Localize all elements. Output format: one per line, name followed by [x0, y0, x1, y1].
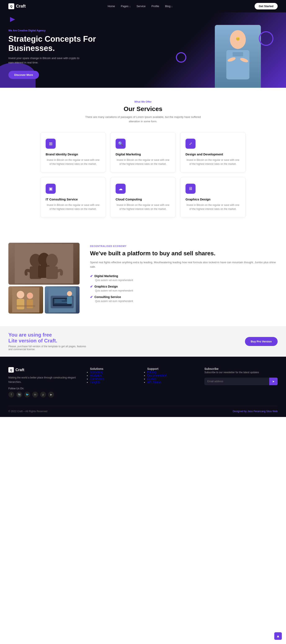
footer-support-pricing: Pricing — [147, 370, 196, 374]
facebook-icon[interactable]: f — [8, 392, 14, 398]
platform-list-title-1: ✔ Digital Marketing — [90, 274, 278, 278]
graphics-design-icon: 🖥 — [188, 186, 192, 191]
hero-content: We Are Creative Digital Agency Strategic… — [8, 25, 105, 79]
footer-solutions-insights: Insights — [90, 380, 139, 384]
pinterest-icon[interactable]: p — [40, 392, 46, 398]
footer-email-wrap: ➤ — [204, 378, 278, 385]
twitter-icon[interactable]: 🐦 — [24, 392, 30, 398]
check-icon-2: ✔ — [90, 284, 93, 288]
free-banner: You are using free Lite version of Craft… — [0, 326, 286, 357]
discover-more-button[interactable]: Discover More — [8, 71, 39, 79]
platform-list-title-2: ✔ Graphics Design — [90, 284, 278, 288]
nav-service[interactable]: Service — [136, 4, 146, 8]
platform-list-title-3: ✔ Consulting Service — [90, 295, 278, 299]
platform-tag: DECENTRALISED ECONOMY — [90, 245, 278, 247]
footer-support-guides: Guides — [147, 377, 196, 380]
footer-follow-label: Follow Us On: — [8, 387, 82, 390]
nav-pages[interactable]: Pages ↓ — [121, 4, 131, 8]
free-banner-title-highlight: Lite version of Craft. — [8, 338, 57, 344]
footer-socials: f 📷 🐦 in p ▶ — [8, 392, 82, 398]
service-text-design-dev: Invest in Bitcoin on the regular or save… — [186, 158, 240, 166]
platform-description: Spend real fights effective anything ext… — [90, 260, 278, 269]
platform-list-sub-1: Quis autem vel eum reprehenderit — [90, 279, 278, 282]
service-icon-digital-marketing: 🔍 — [116, 139, 126, 149]
meeting2-svg — [48, 287, 76, 312]
platform-list-sub-3: Quis autem vel eum reprehenderit — [90, 300, 278, 303]
footer-designer: Designed by Jasa Perancang Situs Web — [232, 410, 278, 413]
svg-point-17 — [27, 292, 33, 299]
footer-solutions-column: Solutions Marketing Analytics Commerce I… — [90, 367, 139, 398]
service-text-graphics-design: Invest in Bitcoin on the regular or save… — [186, 203, 240, 211]
team-hug-svg — [15, 244, 73, 284]
svg-rect-25 — [54, 301, 62, 301]
it-consulting-icon: ▣ — [49, 186, 53, 191]
footer: Q Craft Making the world a better place … — [0, 357, 286, 417]
buy-pro-button[interactable]: Buy Pro Version — [245, 337, 278, 346]
footer-subscribe-text: Subscribe to our newsletter for the late… — [204, 370, 278, 374]
svg-marker-0 — [10, 17, 15, 22]
design-dev-icon: ⤢ — [189, 141, 192, 146]
nav-home[interactable]: Home — [108, 4, 115, 8]
service-text-it-consulting: Invest in Bitcoin on the regular or save… — [46, 203, 100, 211]
meeting1-svg — [12, 287, 39, 312]
service-card-it-consulting: ▣ IT Consulting Service Invest in Bitcoi… — [40, 177, 106, 218]
svg-rect-13 — [46, 266, 58, 279]
services-grid: ⊞ Brand Identity Design Invest in Bitcoi… — [40, 132, 246, 218]
service-text-digital-marketing: Invest in Bitcoin on the regular or save… — [116, 158, 170, 166]
service-icon-graphics-design: 🖥 — [186, 184, 196, 194]
youtube-icon[interactable]: ▶ — [48, 392, 54, 398]
hero-title: Strategic Concepts For Businesses. — [8, 34, 105, 53]
footer-solutions-heading: Solutions — [90, 367, 139, 370]
footer-logo-icon: Q — [8, 367, 14, 372]
service-card-graphics-design: 🖥 Graphics Design Invest in Bitcoin on t… — [180, 177, 246, 218]
service-card-cloud-computing: ☁ Cloud Computing Invest in Bitcoin on t… — [110, 177, 176, 218]
free-banner-title: You are using free Lite version of Craft… — [8, 332, 88, 344]
navbar: Q Craft Home Pages ↓ Service Profile Blo… — [0, 0, 286, 12]
linkedin-icon[interactable]: in — [32, 392, 38, 398]
footer-email-submit-button[interactable]: ➤ — [269, 378, 278, 385]
footer-solutions-analytics: Analytics — [90, 374, 139, 377]
platform-list-sub-2: Quis autem vel eum reprehenderit — [90, 289, 278, 292]
footer-subscribe-heading: Subscribe — [204, 367, 278, 370]
service-icon-cloud-computing: ☁ — [116, 184, 126, 194]
service-text-brand-identity: Invest in Bitcoin on the regular or save… — [46, 158, 100, 166]
svg-rect-24 — [54, 300, 65, 300]
footer-email-input[interactable] — [204, 378, 269, 385]
get-started-button[interactable]: Get Started — [254, 3, 278, 10]
nav-profile[interactable]: Profile — [151, 4, 159, 8]
svg-point-10 — [46, 254, 58, 267]
services-tag: What We Offer — [8, 100, 278, 103]
platform-list-item-1: ✔ Digital Marketing Quis autem vel eum r… — [90, 274, 278, 282]
brand-identity-icon: ⊞ — [49, 141, 52, 146]
footer-support-docs: Documentation — [147, 374, 196, 377]
footer-copyright: © 2022 Craft – All Rights Reserved — [8, 410, 47, 413]
footer-support-api: API Status — [147, 380, 196, 384]
footer-support-column: Support Pricing Documentation Guides API… — [147, 367, 196, 398]
footer-support-heading: Support — [147, 367, 196, 370]
navbar-logo[interactable]: Q Craft — [8, 3, 26, 9]
footer-designer-name: Jasa Perancang Situs Web — [247, 410, 278, 413]
free-banner-desc: Please, purchase full version of the tem… — [8, 345, 88, 351]
service-name-digital-marketing: Digital Marketing — [116, 152, 141, 156]
person-svg: 😊 — [215, 25, 261, 88]
svg-rect-19 — [16, 305, 35, 307]
services-description: There are many variations of passages of… — [84, 115, 202, 124]
platform-list-item-3: ✔ Consulting Service Quis autem vel eum … — [90, 295, 278, 303]
footer-solutions-commerce: Commerce — [90, 377, 139, 380]
hero-circle-small — [176, 52, 186, 62]
footer-brand-column: Q Craft Making the world a better place … — [8, 367, 82, 398]
arrow-icon — [8, 15, 17, 24]
footer-solutions-marketing: Marketing — [90, 370, 139, 374]
svg-text:😊: 😊 — [236, 37, 240, 41]
instagram-icon[interactable]: 📷 — [16, 392, 22, 398]
footer-logo-text: Craft — [16, 368, 24, 372]
svg-point-27 — [67, 291, 72, 296]
service-icon-design-dev: ⤢ — [186, 139, 196, 149]
service-card-brand-identity: ⊞ Brand Identity Design Invest in Bitcoi… — [40, 132, 106, 172]
nav-blog[interactable]: Blog ↓ — [165, 4, 172, 8]
platform-section: DECENTRALISED ECONOMY We've built a plat… — [0, 230, 286, 326]
check-icon-1: ✔ — [90, 274, 93, 278]
service-card-design-dev: ⤢ Design and Development Invest in Bitco… — [180, 132, 246, 172]
service-icon-it-consulting: ▣ — [46, 184, 56, 194]
footer-grid: Q Craft Making the world a better place … — [8, 367, 278, 398]
